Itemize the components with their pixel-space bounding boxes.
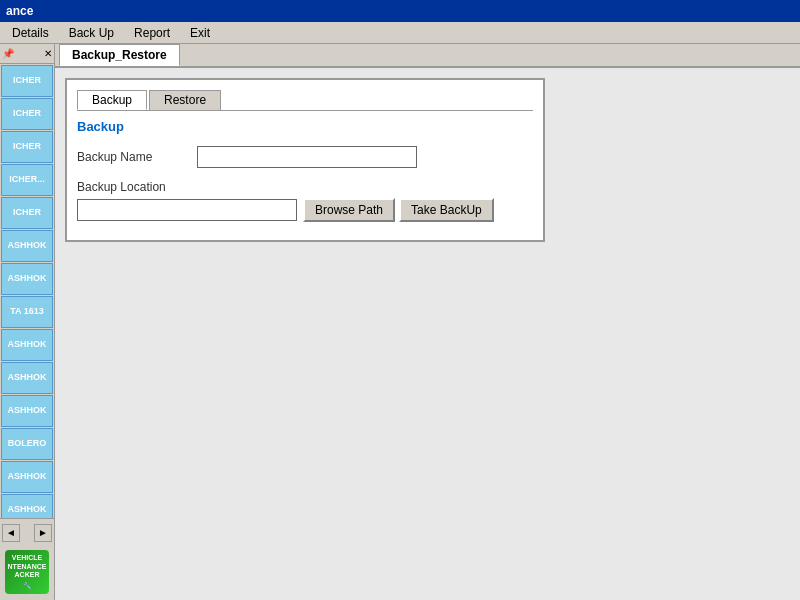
browse-path-button[interactable]: Browse Path — [303, 198, 395, 222]
app-icon-text: VEHICLENTENANCEACKER — [8, 554, 47, 579]
tab-restore[interactable]: Restore — [149, 90, 221, 110]
list-item[interactable]: ASHHOK — [1, 263, 53, 295]
list-item[interactable]: ICHER — [1, 98, 53, 130]
list-item[interactable]: ICHER — [1, 197, 53, 229]
tab-bar: Backup_Restore — [55, 44, 800, 68]
sidebar-scroll[interactable]: ICHER ICHER ICHER ICHER... ICHER ASHHOK … — [0, 64, 54, 518]
menu-details[interactable]: Details — [4, 24, 57, 42]
list-item[interactable]: BOLERO — [1, 428, 53, 460]
app-icon: VEHICLENTENANCEACKER 🔧 — [5, 550, 49, 594]
menu-bar: Details Back Up Report Exit — [0, 22, 800, 44]
sidebar-prev-button[interactable]: ◄ — [2, 524, 20, 542]
menu-report[interactable]: Report — [126, 24, 178, 42]
content-area: Backup_Restore Backup Restore Backup Bac… — [55, 44, 800, 600]
sidebar-next-button[interactable]: ► — [34, 524, 52, 542]
list-item[interactable]: ASHHOK — [1, 461, 53, 493]
backup-location-label: Backup Location — [77, 180, 166, 194]
list-item[interactable]: ASHHOK — [1, 395, 53, 427]
backup-location-input[interactable] — [77, 199, 297, 221]
main-layout: 📌 ✕ ICHER ICHER ICHER ICHER... ICHER ASH… — [0, 44, 800, 600]
sidebar-header: 📌 ✕ — [0, 44, 54, 64]
backup-name-row: Backup Name — [77, 146, 533, 168]
sidebar: 📌 ✕ ICHER ICHER ICHER ICHER... ICHER ASH… — [0, 44, 55, 600]
app-icon-container: VEHICLENTENANCEACKER 🔧 — [0, 546, 54, 600]
sidebar-pin-icon: 📌 — [2, 48, 14, 59]
sidebar-close-icon[interactable]: ✕ — [44, 48, 52, 59]
sidebar-footer: ◄ ► — [0, 518, 54, 546]
app-icon-symbol: 🔧 — [23, 582, 32, 590]
backup-panel: Backup Restore Backup Backup Name Backup… — [65, 78, 545, 242]
list-item[interactable]: ICHER — [1, 65, 53, 97]
backup-location-label-row: Backup Location — [77, 180, 533, 194]
list-item[interactable]: ASHHOK — [1, 230, 53, 262]
title-bar: ance — [0, 0, 800, 22]
inner-tabs: Backup Restore — [77, 90, 533, 111]
backup-location-row: Browse Path Take BackUp — [77, 198, 533, 222]
list-item[interactable]: ASHHOK — [1, 362, 53, 394]
list-item[interactable]: ICHER... — [1, 164, 53, 196]
tab-backup[interactable]: Backup — [77, 90, 147, 110]
tab-backup-restore[interactable]: Backup_Restore — [59, 44, 180, 66]
backup-name-label: Backup Name — [77, 150, 197, 164]
menu-exit[interactable]: Exit — [182, 24, 218, 42]
app-title: ance — [6, 4, 33, 18]
list-item[interactable]: ASHHOK — [1, 329, 53, 361]
list-item[interactable]: ASHHOK — [1, 494, 53, 518]
backup-section-title: Backup — [77, 119, 533, 134]
list-item[interactable]: TA 1613 — [1, 296, 53, 328]
backup-name-input[interactable] — [197, 146, 417, 168]
menu-backup[interactable]: Back Up — [61, 24, 122, 42]
page-content: Backup Restore Backup Backup Name Backup… — [55, 68, 800, 600]
list-item[interactable]: ICHER — [1, 131, 53, 163]
take-backup-button[interactable]: Take BackUp — [399, 198, 494, 222]
